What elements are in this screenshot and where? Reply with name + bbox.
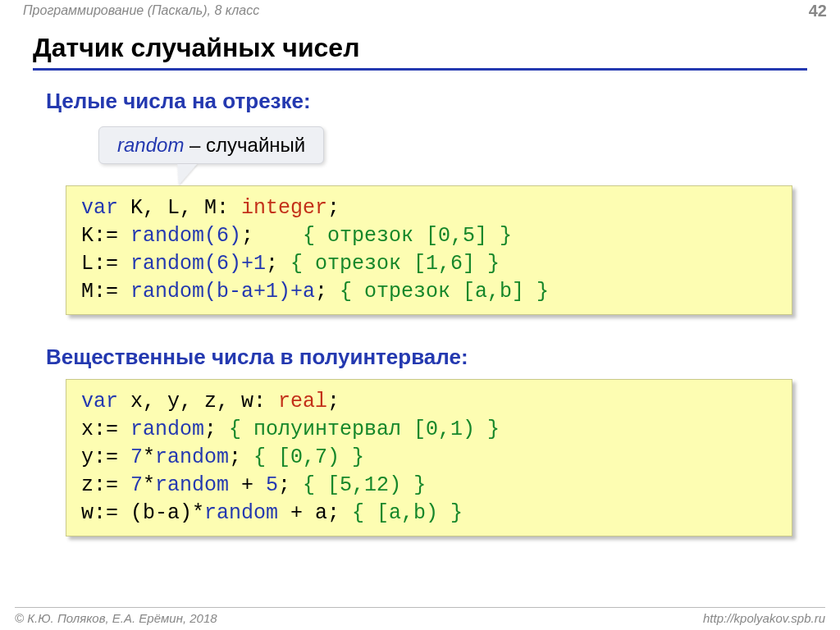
code-token: random xyxy=(204,501,278,525)
slide-title: Датчик случайных чисел xyxy=(33,33,807,71)
code-token: ; xyxy=(327,390,340,413)
callout-random: random – случайный xyxy=(98,126,324,164)
code-box-reals: var x, y, z, w: real; x:= random; { полу… xyxy=(66,379,792,536)
page-number: 42 xyxy=(809,2,827,21)
footer: © К.Ю. Поляков, Е.А. Ерёмин, 2018 http:/… xyxy=(0,607,840,625)
code-token: { отрезок [1,6] } xyxy=(290,252,500,276)
code-token: random(b-a+1)+a xyxy=(130,280,315,304)
code-token: random(6) xyxy=(130,224,241,248)
code-token: ; xyxy=(241,224,303,248)
code-token: + xyxy=(229,473,266,497)
code-token: L:= xyxy=(81,252,130,276)
code-token: integer xyxy=(241,196,327,220)
callout-tail-icon xyxy=(171,164,197,185)
code-token: 5 xyxy=(266,473,278,497)
footer-left: © К.Ю. Поляков, Е.А. Ерёмин, 2018 xyxy=(15,611,217,625)
callout-keyword: random xyxy=(117,134,184,156)
code-token: x, y, z, w: xyxy=(118,390,278,413)
callout-rest: – случайный xyxy=(184,134,305,156)
code-token: { отрезок [0,5] } xyxy=(303,224,512,248)
code-token: y:= xyxy=(81,445,130,469)
header-bar: Программирование (Паскаль), 8 класс 42 xyxy=(0,0,840,25)
code-token: K:= xyxy=(81,224,130,248)
code-token: x:= xyxy=(81,418,130,441)
code-token: * xyxy=(143,473,155,497)
code-token: ; xyxy=(204,418,229,441)
code-token: ; xyxy=(315,280,340,304)
code-token: random xyxy=(155,445,229,469)
code-token: (b-a)* xyxy=(130,501,204,525)
code-token: * xyxy=(143,445,155,469)
code-token: 7 xyxy=(130,445,143,469)
footer-divider xyxy=(15,607,825,608)
code-token: w:= xyxy=(81,501,130,525)
footer-right: http://kpolyakov.spb.ru xyxy=(703,611,825,625)
code-token: { [0,7) } xyxy=(253,445,364,469)
code-token: var xyxy=(81,390,118,413)
code-token: { отрезок [a,b] } xyxy=(340,280,549,304)
code-token: 7 xyxy=(130,473,143,497)
code-token: ; xyxy=(278,473,303,497)
subtitle-reals: Вещественные числа в полуинтервале: xyxy=(46,345,468,370)
code-token: { [5,12) } xyxy=(303,473,426,497)
code-token: ; xyxy=(327,196,340,220)
code-token: K, L, M: xyxy=(118,196,241,220)
code-token: { [a,b) } xyxy=(352,501,463,525)
code-box-integers: var K, L, M: integer; K:= random(6); { о… xyxy=(66,185,792,315)
code-token: + a; xyxy=(278,501,352,525)
code-token: ; xyxy=(266,252,290,276)
code-token: real xyxy=(278,390,327,413)
code-token: ; xyxy=(229,445,253,469)
code-token: { полуинтервал [0,1) } xyxy=(229,418,500,441)
code-token: random xyxy=(155,473,229,497)
code-token: z:= xyxy=(81,473,130,497)
code-token: M:= xyxy=(81,280,130,304)
subtitle-integers: Целые числа на отрезке: xyxy=(46,89,311,114)
header-topic: Программирование (Паскаль), 8 класс xyxy=(23,3,259,17)
code-token: random(6)+1 xyxy=(130,252,266,276)
code-token: var xyxy=(81,196,118,220)
code-token: random xyxy=(130,418,204,441)
